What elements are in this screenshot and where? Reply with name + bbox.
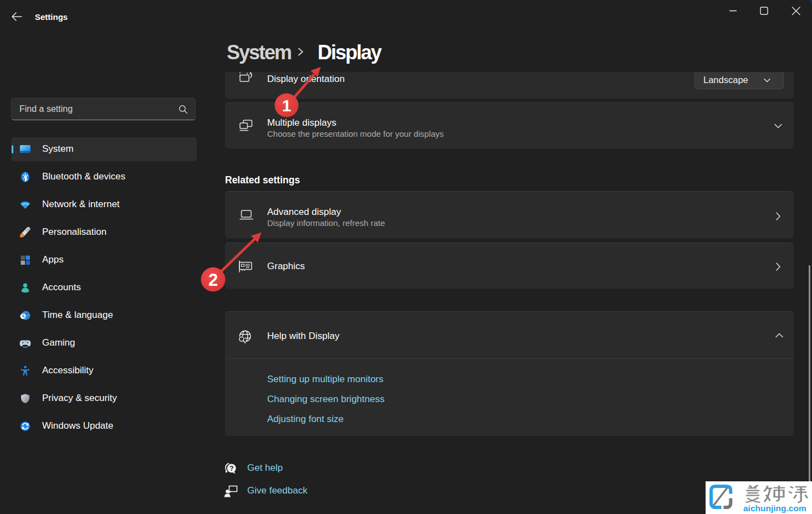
svg-text:1: 1	[282, 96, 292, 115]
svg-text:aichunjing.com: aichunjing.com	[743, 503, 806, 513]
svg-text:2: 2	[208, 270, 218, 290]
